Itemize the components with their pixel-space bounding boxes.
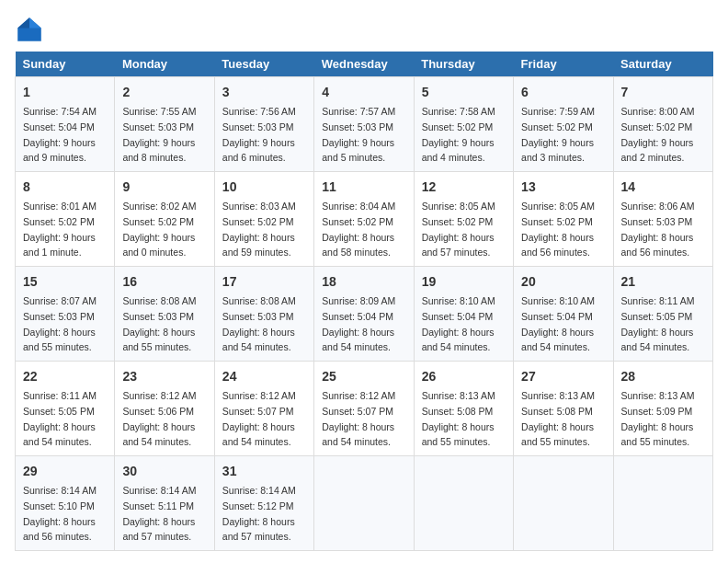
- calendar-cell: 24 Sunrise: 8:12 AMSunset: 5:07 PMDaylig…: [214, 362, 313, 456]
- day-number: 23: [122, 367, 206, 386]
- calendar-cell: 8 Sunrise: 8:01 AMSunset: 5:02 PMDayligh…: [16, 172, 115, 267]
- calendar-cell: 28 Sunrise: 8:13 AMSunset: 5:09 PMDaylig…: [613, 362, 712, 456]
- weekday-header-saturday: Saturday: [613, 52, 712, 77]
- day-number: 24: [222, 367, 306, 386]
- calendar-cell: 7 Sunrise: 8:00 AMSunset: 5:02 PMDayligh…: [613, 77, 712, 172]
- logo-icon: [15, 15, 44, 44]
- day-info: Sunrise: 8:07 AMSunset: 5:03 PMDaylight:…: [23, 295, 97, 352]
- svg-marker-2: [17, 17, 29, 28]
- svg-marker-1: [29, 17, 41, 28]
- day-number: 22: [23, 367, 107, 386]
- day-number: 27: [521, 367, 605, 386]
- calendar-cell: 29 Sunrise: 8:14 AMSunset: 5:10 PMDaylig…: [16, 456, 115, 551]
- day-info: Sunrise: 8:14 AMSunset: 5:12 PMDaylight:…: [222, 485, 296, 542]
- calendar-cell: [613, 456, 712, 551]
- calendar-cell: 22 Sunrise: 8:11 AMSunset: 5:05 PMDaylig…: [16, 362, 115, 456]
- calendar-header: SundayMondayTuesdayWednesdayThursdayFrid…: [16, 52, 713, 77]
- day-number: 1: [23, 83, 107, 102]
- day-info: Sunrise: 7:58 AMSunset: 5:02 PMDaylight:…: [422, 106, 495, 163]
- weekday-header-thursday: Thursday: [414, 52, 513, 77]
- weekday-header-friday: Friday: [514, 52, 613, 77]
- calendar-cell: [514, 456, 613, 551]
- calendar-cell: 30 Sunrise: 8:14 AMSunset: 5:11 PMDaylig…: [115, 456, 214, 551]
- weekday-header-tuesday: Tuesday: [214, 52, 313, 77]
- calendar-cell: 14 Sunrise: 8:06 AMSunset: 5:03 PMDaylig…: [613, 172, 712, 267]
- calendar-cell: [414, 456, 513, 551]
- day-number: 7: [621, 83, 705, 102]
- day-info: Sunrise: 7:59 AMSunset: 5:02 PMDaylight:…: [521, 106, 595, 163]
- calendar-cell: 12 Sunrise: 8:05 AMSunset: 5:02 PMDaylig…: [414, 172, 513, 267]
- calendar-cell: 1 Sunrise: 7:54 AMSunset: 5:04 PMDayligh…: [16, 77, 115, 172]
- calendar-cell: 27 Sunrise: 8:13 AMSunset: 5:08 PMDaylig…: [514, 362, 613, 456]
- day-info: Sunrise: 8:05 AMSunset: 5:02 PMDaylight:…: [422, 201, 495, 258]
- calendar-cell: 5 Sunrise: 7:58 AMSunset: 5:02 PMDayligh…: [414, 77, 513, 172]
- day-info: Sunrise: 8:09 AMSunset: 5:04 PMDaylight:…: [322, 295, 395, 352]
- day-number: 10: [222, 178, 306, 197]
- day-info: Sunrise: 8:06 AMSunset: 5:03 PMDaylight:…: [621, 201, 695, 258]
- header-row: SundayMondayTuesdayWednesdayThursdayFrid…: [16, 52, 713, 77]
- day-info: Sunrise: 8:08 AMSunset: 5:03 PMDaylight:…: [222, 295, 296, 352]
- calendar-cell: 17 Sunrise: 8:08 AMSunset: 5:03 PMDaylig…: [214, 267, 313, 362]
- weekday-header-wednesday: Wednesday: [314, 52, 414, 77]
- day-info: Sunrise: 8:12 AMSunset: 5:07 PMDaylight:…: [222, 390, 296, 447]
- day-info: Sunrise: 7:56 AMSunset: 5:03 PMDaylight:…: [222, 106, 296, 163]
- day-info: Sunrise: 8:04 AMSunset: 5:02 PMDaylight:…: [322, 201, 395, 258]
- day-info: Sunrise: 8:02 AMSunset: 5:02 PMDaylight:…: [122, 201, 196, 258]
- day-info: Sunrise: 8:14 AMSunset: 5:11 PMDaylight:…: [122, 485, 196, 542]
- day-number: 8: [23, 178, 107, 197]
- day-number: 20: [521, 272, 605, 292]
- day-info: Sunrise: 8:00 AMSunset: 5:02 PMDaylight:…: [621, 106, 695, 163]
- calendar-week-4: 22 Sunrise: 8:11 AMSunset: 5:05 PMDaylig…: [16, 362, 713, 456]
- day-number: 26: [422, 367, 506, 386]
- day-info: Sunrise: 7:57 AMSunset: 5:03 PMDaylight:…: [322, 106, 395, 163]
- day-info: Sunrise: 8:03 AMSunset: 5:02 PMDaylight:…: [222, 201, 296, 258]
- calendar-cell: [314, 456, 414, 551]
- day-number: 30: [122, 462, 206, 481]
- calendar-cell: 18 Sunrise: 8:09 AMSunset: 5:04 PMDaylig…: [314, 267, 414, 362]
- calendar-cell: 23 Sunrise: 8:12 AMSunset: 5:06 PMDaylig…: [115, 362, 214, 456]
- calendar-cell: 10 Sunrise: 8:03 AMSunset: 5:02 PMDaylig…: [214, 172, 313, 267]
- day-info: Sunrise: 8:05 AMSunset: 5:02 PMDaylight:…: [521, 201, 595, 258]
- calendar-cell: 25 Sunrise: 8:12 AMSunset: 5:07 PMDaylig…: [314, 362, 414, 456]
- page-header: [15, 15, 713, 44]
- calendar-week-3: 15 Sunrise: 8:07 AMSunset: 5:03 PMDaylig…: [16, 267, 713, 362]
- day-info: Sunrise: 8:10 AMSunset: 5:04 PMDaylight:…: [422, 295, 495, 352]
- day-number: 29: [23, 462, 107, 481]
- day-info: Sunrise: 8:01 AMSunset: 5:02 PMDaylight:…: [23, 201, 97, 258]
- calendar-cell: 19 Sunrise: 8:10 AMSunset: 5:04 PMDaylig…: [414, 267, 513, 362]
- calendar-cell: 15 Sunrise: 8:07 AMSunset: 5:03 PMDaylig…: [16, 267, 115, 362]
- day-number: 19: [422, 272, 506, 292]
- day-info: Sunrise: 8:10 AMSunset: 5:04 PMDaylight:…: [521, 295, 595, 352]
- day-info: Sunrise: 7:55 AMSunset: 5:03 PMDaylight:…: [122, 106, 196, 163]
- day-info: Sunrise: 8:13 AMSunset: 5:08 PMDaylight:…: [521, 390, 595, 447]
- day-number: 2: [122, 83, 206, 102]
- logo: [15, 15, 48, 44]
- day-number: 21: [621, 272, 705, 292]
- day-number: 6: [521, 83, 605, 102]
- day-info: Sunrise: 8:12 AMSunset: 5:07 PMDaylight:…: [322, 390, 395, 447]
- calendar-cell: 9 Sunrise: 8:02 AMSunset: 5:02 PMDayligh…: [115, 172, 214, 267]
- day-number: 28: [621, 367, 705, 386]
- day-info: Sunrise: 8:12 AMSunset: 5:06 PMDaylight:…: [122, 390, 196, 447]
- day-info: Sunrise: 8:14 AMSunset: 5:10 PMDaylight:…: [23, 485, 97, 542]
- day-number: 14: [621, 178, 705, 197]
- day-number: 18: [322, 272, 405, 292]
- day-info: Sunrise: 8:08 AMSunset: 5:03 PMDaylight:…: [122, 295, 196, 352]
- day-number: 5: [422, 83, 506, 102]
- day-number: 4: [322, 83, 405, 102]
- calendar-week-5: 29 Sunrise: 8:14 AMSunset: 5:10 PMDaylig…: [16, 456, 713, 551]
- calendar-cell: 20 Sunrise: 8:10 AMSunset: 5:04 PMDaylig…: [514, 267, 613, 362]
- calendar-cell: 3 Sunrise: 7:56 AMSunset: 5:03 PMDayligh…: [214, 77, 313, 172]
- calendar-cell: 21 Sunrise: 8:11 AMSunset: 5:05 PMDaylig…: [613, 267, 712, 362]
- day-number: 12: [422, 178, 506, 197]
- day-info: Sunrise: 8:11 AMSunset: 5:05 PMDaylight:…: [621, 295, 695, 352]
- calendar-cell: 26 Sunrise: 8:13 AMSunset: 5:08 PMDaylig…: [414, 362, 513, 456]
- day-info: Sunrise: 8:13 AMSunset: 5:08 PMDaylight:…: [422, 390, 495, 447]
- calendar-table: SundayMondayTuesdayWednesdayThursdayFrid…: [15, 52, 713, 551]
- calendar-cell: 16 Sunrise: 8:08 AMSunset: 5:03 PMDaylig…: [115, 267, 214, 362]
- calendar-cell: 4 Sunrise: 7:57 AMSunset: 5:03 PMDayligh…: [314, 77, 414, 172]
- day-info: Sunrise: 7:54 AMSunset: 5:04 PMDaylight:…: [23, 106, 97, 163]
- calendar-cell: 6 Sunrise: 7:59 AMSunset: 5:02 PMDayligh…: [514, 77, 613, 172]
- day-number: 16: [122, 272, 206, 292]
- day-number: 9: [122, 178, 206, 197]
